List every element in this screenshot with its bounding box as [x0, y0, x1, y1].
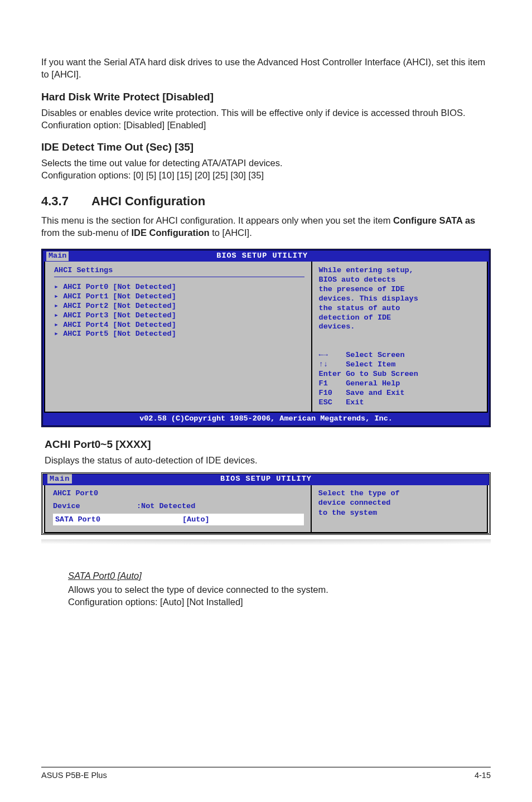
section-heading: 4.3.7AHCI Configuration: [41, 194, 491, 209]
bios2-tab-main: Main: [47, 474, 72, 484]
bios2-left-panel: AHCI Port0 Device :Not Detected SATA Por…: [45, 485, 312, 533]
ide-timeout-line1: Selects the time out value for detecting…: [41, 158, 283, 168]
sata-port0-line1: Allows you to select the type of device …: [68, 584, 328, 595]
bios2-title: BIOS SETUP UTILITY: [220, 475, 312, 483]
bios2-title-row: Main BIOS SETUP UTILITY: [43, 474, 489, 485]
bios2-heading: AHCI Port0: [53, 489, 304, 499]
bios2-device-label: Device: [53, 501, 137, 511]
hdwp-body: Disables or enables device write protect…: [41, 107, 491, 132]
bios1-title-row: Main BIOS SETUP UTILITY: [43, 250, 489, 262]
ide-timeout-body: Selects the time out value for detecting…: [41, 157, 491, 182]
section-body-mid: from the sub-menu of: [41, 228, 131, 238]
section-body-post: to [AHCI].: [210, 228, 252, 238]
bios2-device-value: :Not Detected: [137, 501, 195, 511]
bios1-item-port5: AHCI Port5 [Not Detected]: [54, 330, 304, 339]
bios-screenshot-2: Main BIOS SETUP UTILITY AHCI Port0 Devic…: [41, 472, 491, 535]
bios1-title: BIOS SETUP UTILITY: [69, 252, 456, 261]
bios2-sata-port-value: [Auto]: [182, 515, 210, 525]
bios2-fade: [41, 539, 491, 554]
bios1-heading: AHCI Settings: [54, 266, 304, 277]
section-body-bold2: IDE Configuration: [131, 228, 209, 238]
section-body-pre: This menu is the section for AHCI config…: [41, 215, 393, 225]
bios1-item-port3: AHCI Port3 [Not Detected]: [54, 311, 304, 321]
footer-right: 4-15: [475, 771, 491, 780]
bios1-right-panel: While entering setup, BIOS auto detects …: [312, 262, 487, 412]
section-number: 4.3.7: [41, 194, 91, 209]
bios2-selected-row: SATA Port0 [Auto]: [53, 514, 304, 526]
achi-heading: ACHI Port0~5 [XXXX]: [45, 438, 491, 451]
bios1-footer: v02.58 (C)Copyright 1985-2006, American …: [44, 414, 488, 424]
sata-port0-block: SATA Port0 [Auto] Allows you to select t…: [68, 571, 491, 608]
hdwp-heading: Hard Disk Write Protect [Disabled]: [41, 91, 491, 103]
ide-timeout-line2: Configuration options: [0] [5] [10] [15]…: [41, 170, 264, 180]
section-body-bold1: Configure SATA as: [393, 215, 475, 225]
bios1-item-port1: AHCI Port1 [Not Detected]: [54, 292, 304, 302]
bios1-item-port2: AHCI Port2 [Not Detected]: [54, 302, 304, 311]
bios1-tab-main: Main: [46, 252, 69, 261]
bios1-item-port4: AHCI Port4 [Not Detected]: [54, 321, 304, 330]
section-body: This menu is the section for AHCI config…: [41, 214, 491, 239]
ide-timeout-heading: IDE Detect Time Out (Sec) [35]: [41, 141, 491, 153]
bios-screenshot-1: Main BIOS SETUP UTILITY AHCI Settings AH…: [41, 249, 491, 427]
intro-paragraph: If you want the Serial ATA hard disk dri…: [41, 56, 491, 81]
section-title: AHCI Configuration: [91, 194, 205, 208]
sata-port0-title: SATA Port0 [Auto]: [68, 571, 491, 581]
bios1-item-port0: AHCI Port0 [Not Detected]: [54, 283, 304, 292]
bios1-key-hints: ←→ Select Screen ↑↓ Select Item Enter Go…: [319, 351, 480, 407]
sata-port0-line2: Configuration options: [Auto] [Not Insta…: [68, 597, 243, 607]
bios1-left-panel: AHCI Settings AHCI Port0 [Not Detected] …: [45, 262, 312, 412]
bios2-sata-port-label: SATA Port0: [54, 515, 182, 525]
footer-left: ASUS P5B-E Plus: [41, 771, 107, 780]
achi-body: Displays the status of auto-detection of…: [45, 454, 491, 466]
page-footer: ASUS P5B-E Plus 4-15: [41, 767, 491, 780]
bios1-help-text: While entering setup, BIOS auto detects …: [319, 266, 480, 350]
bios2-help-text: Select the type of device connected to t…: [312, 485, 487, 533]
